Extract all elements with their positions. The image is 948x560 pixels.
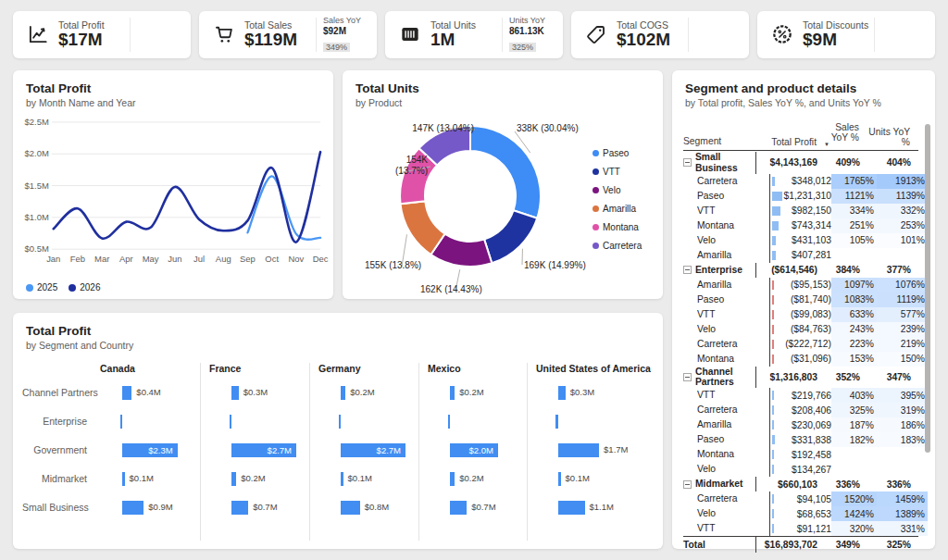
legend-item-paseo[interactable]: Paseo	[592, 148, 642, 158]
bar-mexico-channel-partners[interactable]	[450, 386, 455, 400]
profit-data-bar	[772, 206, 780, 216]
bar-united-states-of-america-enterprise[interactable]	[555, 415, 558, 429]
table-item-row[interactable]: VTT$219,766403%395%	[683, 388, 918, 403]
bar-mexico-midmarket[interactable]	[450, 472, 455, 486]
table-group-row[interactable]: Small Business$4,143,169409%404%	[683, 152, 918, 174]
legend-item-vtt[interactable]: VTT	[592, 167, 642, 177]
table-item-row[interactable]: Montana($31,096)153%150%	[683, 352, 918, 367]
column-header-segment[interactable]: Segment	[683, 136, 755, 147]
legend-item-montana[interactable]: Montana	[592, 222, 642, 232]
table-item-row[interactable]: Velo($84,763)243%239%	[683, 322, 918, 337]
bar-canada-small-business[interactable]	[122, 501, 143, 515]
column-header-total-profit[interactable]: Total Profit	[755, 122, 817, 147]
column-header-units-yoy[interactable]: Units YoY %	[862, 122, 913, 147]
collapse-icon[interactable]	[683, 373, 692, 381]
table-group-row[interactable]: Channel Partners$1,316,803352%347%	[683, 367, 918, 389]
table-item-row[interactable]: Velo$134,267	[683, 462, 918, 477]
legend-item-velo[interactable]: Velo	[592, 185, 642, 195]
cell-units-yoy: 377%	[863, 263, 914, 278]
cell-units-yoy: 183%	[877, 432, 928, 447]
bar-france-enterprise[interactable]	[230, 415, 231, 429]
table-group-row[interactable]: Enterprise($614,546)384%377%	[683, 263, 918, 278]
column-header-sales-yoy[interactable]: Sales YoY %▼	[817, 122, 862, 147]
collapse-icon[interactable]	[683, 158, 692, 167]
table-item-row[interactable]: Carretera$208,406325%319%	[683, 403, 918, 417]
table-item-row[interactable]: VTT($99,083)633%577%	[683, 307, 918, 322]
donut-slice-paseo[interactable]	[470, 126, 541, 218]
table-total-row[interactable]: Total$16,893,702349%325%	[683, 536, 918, 553]
table-item-row[interactable]: Paseo$331,838182%183%	[683, 432, 918, 447]
legend-item-2025[interactable]: 2025	[26, 282, 57, 292]
bar-germany-channel-partners[interactable]	[341, 386, 345, 400]
legend-dot-icon	[592, 224, 599, 230]
bar-united-states-of-america-small-business[interactable]	[558, 501, 585, 515]
bar-data-label: $2.3M	[122, 445, 173, 455]
segment-axis-label: Channel Partners	[22, 387, 87, 398]
legend-dot-icon	[592, 243, 599, 249]
bar-canada-channel-partners[interactable]	[122, 386, 131, 400]
bar-data-label: $0.3M	[570, 387, 594, 397]
donut-chart[interactable]: 338K (30.04%)169K (14.99%)162K (14.43%)1…	[343, 70, 663, 299]
table-item-row[interactable]: Velo$431,103105%101%	[683, 233, 918, 248]
legend-item-amarilla[interactable]: Amarilla	[592, 204, 642, 214]
table-item-row[interactable]: Carretera$94,1051520%1459%	[683, 492, 918, 506]
table-item-row[interactable]: Carretera$348,0121765%1913%	[683, 174, 918, 189]
bar-mexico-small-business[interactable]	[450, 501, 467, 515]
bar-united-states-of-america-midmarket[interactable]	[558, 472, 561, 486]
table-item-row[interactable]: Amarilla$230,069187%186%	[683, 417, 918, 432]
bar-france-small-business[interactable]	[231, 501, 248, 515]
bar-united-states-of-america-channel-partners[interactable]	[558, 386, 566, 400]
kpi-text: Total COGS$102M	[617, 19, 670, 50]
cell-total-profit: $743,314	[769, 218, 831, 233]
legend-item-2026[interactable]: 2026	[69, 282, 100, 292]
line-chart-legend: 20252026	[26, 282, 101, 292]
bar-germany-midmarket[interactable]	[341, 472, 343, 486]
x-axis-tick-label: Jul	[193, 254, 205, 264]
cart-icon	[212, 22, 236, 46]
table-item-row[interactable]: VTT$91,121320%331%	[683, 521, 918, 536]
table-item-row[interactable]: Montana$743,314251%253%	[683, 218, 918, 233]
cell-total-profit: $230,069	[769, 417, 831, 432]
legend-label: Montana	[603, 222, 639, 232]
bar-united-states-of-america-government[interactable]	[558, 443, 599, 457]
legend-label: Amarilla	[603, 204, 636, 214]
table-item-row[interactable]: Paseo($81,740)1083%1119%	[683, 292, 918, 307]
kpi-divider	[130, 18, 131, 52]
bar-mexico-enterprise[interactable]	[448, 415, 450, 429]
legend-item-carretera[interactable]: Carretera	[592, 241, 642, 251]
table-scrollbar-thumb[interactable]	[925, 124, 930, 453]
table-item-row[interactable]: Amarilla$407,281	[683, 248, 918, 263]
kpi-card-total-profit: Total Profit$17M	[13, 11, 191, 58]
table-item-row[interactable]: VTT$982,150334%332%	[683, 204, 918, 218]
kpi-text: Total Sales$119M	[244, 19, 297, 50]
legend-dot-icon	[26, 284, 33, 292]
collapse-icon[interactable]	[683, 480, 692, 489]
cell-units-yoy: 332%	[877, 204, 928, 218]
legend-dot-icon	[592, 205, 599, 212]
bar-data-label: $0.7M	[253, 502, 277, 512]
bar-canada-midmarket[interactable]	[122, 472, 125, 486]
row-label: Small Business	[683, 152, 755, 174]
bar-canada-enterprise[interactable]	[120, 415, 122, 429]
collapse-icon[interactable]	[683, 266, 692, 274]
bar-france-midmarket[interactable]	[231, 472, 236, 486]
bar-data-label: $0.3M	[243, 387, 268, 397]
table-item-row[interactable]: Paseo$1,231,3101121%1139%	[683, 189, 918, 204]
profit-data-bar	[772, 509, 774, 518]
table-item-row[interactable]: Carretera($222,712)223%219%	[683, 337, 918, 352]
profit-data-bar	[772, 340, 774, 349]
bar-germany-enterprise[interactable]	[339, 415, 341, 429]
table-item-row[interactable]: Amarilla($95,153)1097%1076%	[683, 278, 918, 292]
table-group-row[interactable]: Midmarket$660,103336%336%	[683, 477, 918, 492]
bar-germany-small-business[interactable]	[341, 501, 360, 515]
donut-slice-vtt[interactable]	[484, 210, 537, 263]
line-series-2026[interactable]	[54, 152, 320, 243]
kpi-card-main: Total COGS$102M	[579, 19, 688, 50]
line-chart[interactable]: $0.5M$1.0M$1.5M$2.0M$2.5MJanFebMarAprMay…	[19, 113, 330, 277]
table-item-row[interactable]: Velo$68,6531424%1389%	[683, 506, 918, 521]
bar-data-label: $0.1M	[566, 473, 590, 483]
bar-france-channel-partners[interactable]	[231, 386, 239, 400]
row-label: Amarilla	[683, 419, 769, 430]
kpi-text: Total Profit$17M	[58, 19, 105, 50]
table-item-row[interactable]: Montana$192,458	[683, 447, 918, 462]
